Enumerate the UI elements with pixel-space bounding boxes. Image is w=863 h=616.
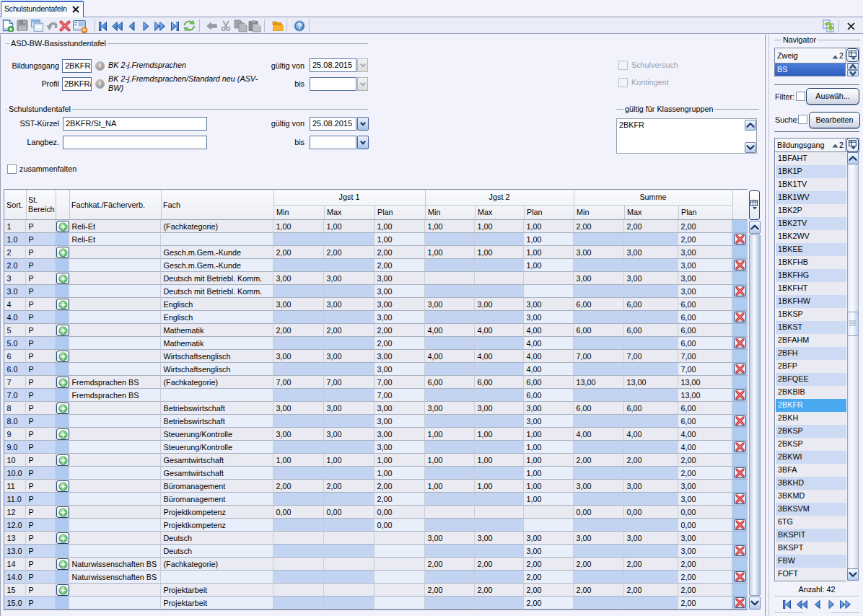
svg-text:?: ? <box>297 22 302 30</box>
